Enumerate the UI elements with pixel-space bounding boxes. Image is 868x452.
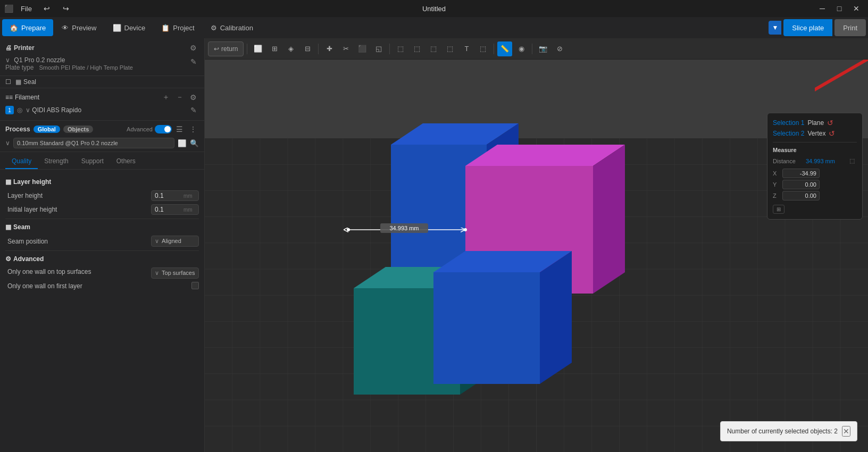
toolbar-text-button[interactable]: T [459, 41, 474, 56]
seam-group-icon: ▦ [5, 223, 11, 231]
seam-position-select[interactable]: ∨ Aligned [151, 236, 199, 247]
toolbar-select-button[interactable]: ⬛ [355, 41, 370, 56]
toolbar-boolean-button[interactable]: ⬚ [475, 41, 490, 56]
one-wall-first-checkbox[interactable] [191, 282, 199, 289]
maximize-button[interactable]: □ [832, 1, 847, 16]
seal-icon: ▦ [15, 78, 21, 86]
layer-height-input[interactable]: 0.1 [152, 191, 183, 200]
tab-strength[interactable]: Strength [38, 154, 74, 169]
plate-value: Smooth PEI Plate / High Temp Plate [39, 64, 133, 71]
toolbar-paste-button[interactable]: ⬚ [410, 41, 424, 56]
minimize-button[interactable]: ─ [815, 1, 830, 16]
toolbar-slice-view-button[interactable]: ⊘ [552, 41, 567, 56]
initial-layer-height-row: Initial layer height 0.1 mm [7, 203, 199, 216]
process-tag-global[interactable]: Global [34, 125, 60, 133]
filament-remove-button[interactable]: － [174, 91, 186, 103]
nav-project-button[interactable]: 📋 Project [154, 19, 202, 36]
selection-1-label: Selection 1 [773, 119, 804, 127]
printer-name: ∨ Q1 Pro 0.2 nozzle ✎ [5, 56, 199, 64]
measure-extra-button[interactable]: ⊞ [773, 205, 784, 214]
seal-label: Seal [23, 78, 36, 86]
svg-marker-46 [540, 251, 572, 384]
nav-preview-button[interactable]: 👁 Preview [54, 19, 104, 36]
toolbar-arrange-button[interactable]: ⊟ [300, 41, 315, 56]
toolbar-cut-button[interactable]: ✂ [338, 41, 353, 56]
reset-selection-2-button[interactable]: ↺ [829, 129, 835, 138]
toolbar-split-button[interactable]: ⬚ [443, 41, 457, 56]
nav-device-button[interactable]: ⬜ Device [105, 19, 153, 36]
undo-button[interactable]: ↩ [39, 1, 54, 16]
toolbar-move-button[interactable]: ✚ [322, 41, 337, 56]
filament-settings-button[interactable]: ⚙ [188, 91, 199, 103]
file-menu-button[interactable]: File [18, 1, 35, 16]
toolbar-paint-button[interactable]: ◱ [371, 41, 386, 56]
y-coord-row: Y 0.00 [773, 180, 857, 189]
close-button[interactable]: ✕ [849, 1, 864, 16]
slice-dropdown-arrow[interactable]: ▼ [769, 21, 781, 35]
profile-arrow: ∨ [5, 139, 10, 147]
toolbar-separator-3 [389, 44, 390, 54]
toolbar-orient-button[interactable]: ◈ [283, 41, 298, 56]
distance-row: Distance 34.993 mm ⬚ [773, 156, 857, 165]
redo-button[interactable]: ↪ [59, 1, 73, 16]
printer-settings-button[interactable]: ⚙ [188, 43, 199, 53]
seam-group-title: ▦ Seam [5, 223, 199, 231]
nav-prepare-button[interactable]: 🏠 Prepare [2, 19, 53, 36]
printer-header: 🖨 Printer ⚙ [5, 43, 199, 53]
seal-checkbox[interactable]: ☐ [5, 78, 11, 86]
z-coord-row: Z 0.00 [773, 191, 857, 200]
filament-number: 1 [5, 106, 14, 114]
profile-search-button[interactable]: 🔍 [190, 139, 199, 147]
filament-edit-button[interactable]: ✎ [188, 105, 199, 115]
return-button[interactable]: ↩ return [208, 41, 244, 56]
toolbar-cube-button[interactable]: ⬜ [251, 41, 265, 56]
3d-objects: 34.993 mm [231, 113, 710, 405]
distance-label: Distance [773, 158, 796, 164]
toolbar-mirror-button[interactable]: ⬚ [426, 41, 441, 56]
print-button[interactable]: Print [834, 19, 866, 36]
reset-selection-1-button[interactable]: ↺ [827, 119, 833, 127]
process-tag-objects[interactable]: Objects [63, 125, 93, 133]
toolbar-copy-button[interactable]: ⬚ [393, 41, 408, 56]
svg-marker-44 [433, 272, 540, 384]
profile-row: ∨ 0.10mm Standard @Q1 Pro 0.2 nozzle ⬜ 🔍 [5, 138, 199, 148]
initial-layer-height-input[interactable]: 0.1 [152, 205, 183, 214]
profile-compare-button[interactable]: ⬜ [178, 139, 187, 147]
toolbar-grid-button[interactable]: ⊞ [267, 41, 282, 56]
filament-item: 1 ◎ ∨ QIDI ABS Rapido ✎ [5, 103, 199, 117]
selection-2-type: Vertex [807, 130, 825, 137]
advanced-toggle[interactable] [155, 125, 172, 133]
measure-label-row: Measure [773, 147, 857, 153]
slice-plate-button[interactable]: Slice plate [783, 19, 832, 36]
selection-2-label: Selection 2 [773, 130, 804, 137]
toolbar-view-button[interactable]: ◉ [514, 41, 529, 56]
one-wall-first-label: Only one wall on first layer [7, 282, 191, 291]
measure-divider [773, 142, 857, 143]
edge-indicator [815, 60, 868, 102]
printer-edit-button[interactable]: ✎ [188, 56, 199, 67]
profile-select[interactable]: 0.10mm Standard @Q1 Pro 0.2 nozzle [13, 138, 174, 148]
toolbar-separator-5 [532, 44, 532, 54]
svg-point-51 [464, 228, 467, 231]
printer-title: 🖨 Printer [5, 44, 35, 52]
filament-add-button[interactable]: ＋ [160, 91, 172, 103]
tab-others[interactable]: Others [110, 154, 142, 169]
nav-calibration-button[interactable]: ⚙ Calibration [203, 19, 261, 36]
tab-support[interactable]: Support [75, 154, 110, 169]
status-bar: Number of currently selected objects: 2 … [720, 421, 857, 441]
process-list-button[interactable]: ☰ [174, 124, 185, 135]
layer-height-label: Layer height [7, 192, 151, 199]
advanced-toggle-row: Advanced ☰ ⋮ [127, 124, 199, 135]
one-wall-top-select[interactable]: ∨ Top surfaces [151, 267, 199, 279]
process-more-button[interactable]: ⋮ [187, 124, 199, 135]
plate-type-row: Plate type Smooth PEI Plate / High Temp … [5, 64, 188, 71]
toolbar-camera-button[interactable]: 📷 [536, 41, 550, 56]
left-panel: 🖨 Printer ⚙ ∨ Q1 Pro 0.2 nozzle ✎ Plate … [0, 38, 205, 452]
status-close-button[interactable]: ✕ [842, 426, 850, 437]
copy-distance-button[interactable]: ⬚ [847, 156, 857, 165]
canvas-area: 34.993 mm Selection 1 Plane ↺ Selection … [205, 60, 868, 452]
toolbar-separator-4 [494, 44, 494, 54]
toolbar-measure-button[interactable]: 📏 [497, 41, 512, 56]
tab-quality[interactable]: Quality [5, 154, 38, 169]
x-coord-row: X -34.99 [773, 169, 857, 178]
